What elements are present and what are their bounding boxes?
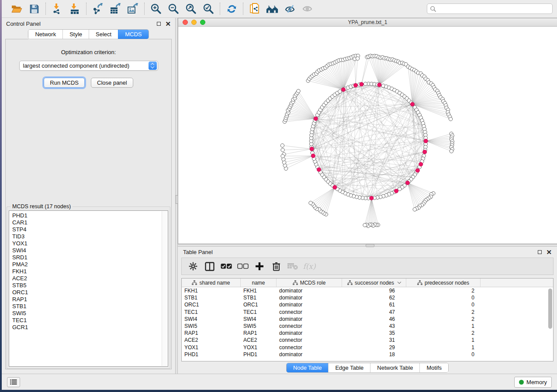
function-builder-button[interactable]: f(x) [302, 260, 316, 273]
mcds-result-item[interactable]: STB1 [12, 303, 168, 310]
mcds-result-item[interactable]: GCR1 [12, 324, 168, 331]
open-session-button[interactable] [9, 2, 24, 16]
table-row[interactable]: ACE2ACE2connector311 [182, 337, 553, 344]
table-row[interactable]: SWI4SWI4dominator462 [182, 316, 553, 323]
table-row[interactable]: RAP1RAP1dominator352 [182, 330, 553, 337]
search-text-field[interactable] [436, 6, 550, 12]
delete-column-button[interactable] [269, 260, 283, 273]
mcds-result-item[interactable]: SWI5 [12, 310, 168, 317]
save-session-button[interactable] [26, 2, 42, 16]
delete-column-icon [272, 262, 280, 271]
table-settings-button[interactable] [186, 260, 200, 273]
export-network-button[interactable] [90, 2, 106, 16]
mcds-result-item[interactable]: STP4 [12, 226, 168, 233]
float-panel-icon[interactable] [157, 22, 161, 26]
cell-name: FKH1 [241, 287, 277, 294]
status-bar: Memory [2, 374, 557, 390]
close-window-icon[interactable] [183, 20, 188, 25]
run-mcds-button[interactable]: Run MCDS [44, 78, 85, 88]
cell-predecessor_nodes: 2 [406, 316, 481, 323]
export-image-button[interactable] [125, 2, 141, 16]
mcds-result-item[interactable]: ORC1 [12, 289, 168, 296]
network-titlebar[interactable]: YPA_prune.txt_1 [178, 18, 557, 27]
table-row[interactable]: PHD1PHD1dominator180 [182, 351, 553, 358]
tab-style[interactable]: Style [62, 30, 89, 39]
column-header-successor-nodes[interactable]: successor nodes [342, 279, 406, 287]
select-all-button[interactable] [219, 260, 233, 273]
deselect-all-button[interactable] [236, 260, 250, 273]
mcds-result-item[interactable]: RAP1 [12, 296, 168, 303]
zoom-fit-button[interactable] [183, 2, 199, 16]
show-columns-icon [205, 262, 214, 271]
tab-network[interactable]: Network [28, 30, 62, 39]
minimize-window-icon[interactable] [191, 20, 197, 25]
apply-layout-button[interactable] [224, 2, 239, 16]
mcds-result-item[interactable]: SWI4 [12, 247, 168, 254]
zoom-out-button[interactable] [166, 2, 181, 16]
table-row[interactable]: ORC1ORC1dominator610 [182, 301, 553, 308]
tab-select[interactable]: Select [89, 30, 118, 39]
table-scrollbar[interactable] [547, 288, 553, 361]
table-row[interactable]: TEC1TEC1connector472 [182, 309, 553, 316]
hide-selected-button[interactable] [282, 2, 298, 16]
mcds-result-item[interactable]: TEC1 [12, 317, 168, 324]
search-input[interactable] [427, 3, 553, 14]
save-session-icon [29, 4, 39, 14]
import-table-button[interactable] [67, 2, 83, 16]
zoom-selected-button[interactable] [201, 2, 216, 16]
close-panel-icon[interactable]: ✕ [165, 22, 171, 26]
tab-network-table[interactable]: Network Table [370, 363, 419, 372]
cell-mcds_role: dominator [277, 316, 342, 323]
scrollbar-thumb[interactable] [548, 289, 552, 329]
table-row[interactable]: STB1STB1dominator620 [182, 294, 553, 301]
tab-mcds[interactable]: MCDS [118, 30, 148, 39]
mcds-result-item[interactable]: TID3 [12, 233, 168, 240]
mcds-result-item[interactable]: STB5 [12, 282, 168, 289]
vertical-splitter[interactable] [175, 18, 178, 374]
float-panel-icon[interactable] [538, 250, 542, 254]
column-header-shared-name[interactable]: shared name [182, 279, 241, 287]
cell-shared_name: RAP1 [182, 330, 241, 337]
mcds-result-item[interactable]: SRD1 [12, 254, 168, 261]
cell-successor_nodes: 43 [342, 323, 406, 330]
horizontal-splitter[interactable] [178, 244, 557, 247]
close-panel-button[interactable]: Close panel [91, 78, 133, 88]
cell-name: SWI4 [241, 316, 277, 323]
memory-button[interactable]: Memory [514, 377, 552, 388]
criterion-select[interactable]: largest connected component (undirected) [19, 61, 158, 71]
table-row[interactable]: SWI5SWI5connector431 [182, 323, 553, 330]
import-network-button[interactable] [49, 2, 65, 16]
mcds-result-item[interactable]: ACE2 [12, 275, 168, 282]
tab-motifs[interactable]: Motifs [419, 363, 448, 372]
column-header-name[interactable]: name [241, 279, 277, 287]
splitter-handle[interactable] [175, 195, 178, 204]
mcds-result-item[interactable]: YOX1 [12, 240, 168, 247]
table-row[interactable]: YOX1YOX1connector291 [182, 344, 553, 351]
tab-node-table[interactable]: Node Table [287, 363, 329, 372]
task-history-button[interactable] [7, 377, 20, 387]
mcds-result-list[interactable]: PHD1CAR1STP4TID3YOX1SWI4SRD1PMA2FKH1ACE2… [9, 210, 168, 367]
mcds-list-scrollbar[interactable] [162, 211, 167, 366]
first-neighbors-button[interactable] [264, 2, 280, 16]
cell-successor_nodes: 31 [342, 337, 406, 344]
mcds-result-item[interactable]: CAR1 [12, 219, 168, 226]
column-header-MCDS-role[interactable]: MCDS role [277, 279, 342, 287]
add-column-button[interactable] [253, 260, 266, 273]
cell-mcds_role: connector [277, 344, 342, 351]
close-panel-icon[interactable]: ✕ [546, 250, 552, 254]
network-canvas[interactable] [178, 27, 557, 244]
mcds-result-item[interactable]: FKH1 [12, 268, 168, 275]
maximize-window-icon[interactable] [200, 20, 205, 25]
table-row[interactable]: FKH1FKH1dominator962 [182, 287, 553, 294]
new-network-button[interactable] [247, 2, 263, 16]
show-all-button[interactable] [299, 2, 315, 16]
export-table-button[interactable] [107, 2, 123, 16]
mcds-result-item[interactable]: PMA2 [12, 261, 168, 268]
show-columns-button[interactable] [203, 260, 217, 273]
tab-edge-table[interactable]: Edge Table [328, 363, 370, 372]
splitter-handle[interactable] [366, 244, 374, 247]
mcds-result-item[interactable]: PHD1 [12, 212, 168, 219]
column-header-predecessor-nodes[interactable]: predecessor nodes [406, 279, 481, 287]
zoom-in-button[interactable] [148, 2, 164, 16]
delete-table-button[interactable] [286, 260, 300, 273]
